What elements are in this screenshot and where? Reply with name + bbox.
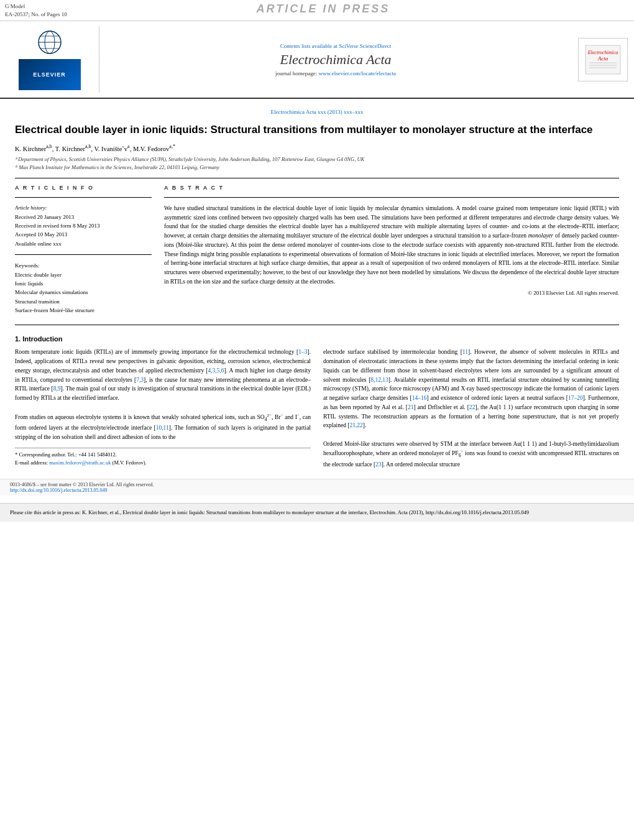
ref-23[interactable]: 23 bbox=[375, 461, 382, 468]
info-divider-mid bbox=[15, 254, 152, 255]
model-info: G Model EA-20537; No. of Pages 10 bbox=[5, 2, 67, 18]
footnote-email: E-mail address: maxim.fedorov@strath.ac.… bbox=[15, 459, 311, 467]
email-person: (M.V. Fedorov). bbox=[113, 459, 147, 466]
received-date: Received 20 January 2013 bbox=[15, 213, 152, 221]
ref-435[interactable]: 4,3,5,6 bbox=[208, 367, 224, 374]
authors: K. Kirchnera,b, T. Kirchnera,b, V. Ivani… bbox=[15, 144, 619, 152]
affiliation-b: ᵇ Max Planck Institute for Mathematics i… bbox=[15, 164, 619, 172]
globe-icon bbox=[31, 29, 68, 57]
email-label: E-mail address: bbox=[15, 459, 48, 466]
sciverse-prefix: Contents lists available at bbox=[280, 43, 339, 49]
keywords-block: Keywords: Electric double layer Ionic li… bbox=[15, 261, 152, 315]
ref-1-3[interactable]: 1–3 bbox=[298, 349, 307, 355]
ref-1011[interactable]: 10,11 bbox=[156, 425, 169, 431]
article-content: Electrochimica Acta xxx (2013) xxx–xxx E… bbox=[0, 99, 634, 479]
ref-14-16[interactable]: 14–16 bbox=[412, 395, 427, 401]
journal-center: Contents lists available at SciVerse Sci… bbox=[99, 26, 572, 93]
ref-21[interactable]: 21 bbox=[408, 404, 414, 410]
affiliations: ᵃ Department of Physics, Scottish Univer… bbox=[15, 155, 619, 172]
elsevier-label: ELSEVIER bbox=[33, 72, 66, 78]
ref-8-12-13[interactable]: 8,12,13 bbox=[370, 377, 388, 383]
license-doi: http://dx.doi.org/10.1016/j.electacta.20… bbox=[10, 487, 624, 493]
affiliation-a: ᵃ Department of Physics, Scottish Univer… bbox=[15, 155, 619, 164]
keyword-1: Electric double layer bbox=[15, 270, 152, 279]
keywords-label: Keywords: bbox=[15, 261, 152, 270]
ref-22[interactable]: 22 bbox=[469, 404, 476, 410]
citation-text: Please cite this article in press as: K.… bbox=[10, 509, 529, 515]
ref-73[interactable]: 7,3 bbox=[136, 377, 144, 383]
body-col-right: electrode surface stabilised by intermol… bbox=[323, 348, 619, 469]
svg-text:Electrochimica: Electrochimica bbox=[587, 50, 618, 55]
ref-11r[interactable]: 11 bbox=[462, 349, 468, 355]
keyword-4: Structural transition bbox=[15, 297, 152, 306]
license-bar: 0013-4686/$ – see front matter © 2013 El… bbox=[0, 479, 634, 496]
ref-label: EA-20537; No. of Pages 10 bbox=[5, 11, 67, 19]
citation-bar: Please cite this article in press as: K.… bbox=[0, 503, 634, 522]
article-info-heading: A R T I C L E I N F O bbox=[15, 185, 152, 191]
ea-logo-graphic: Electrochimica Acta bbox=[584, 44, 622, 75]
journal-logo-right: Electrochimica Acta bbox=[572, 26, 634, 93]
model-label: G Model bbox=[5, 2, 67, 11]
homepage-prefix: journal homepage: bbox=[275, 70, 318, 76]
keyword-5: Surface-frozen Moiré-like structure bbox=[15, 306, 152, 315]
elsevier-logo: ELSEVIER bbox=[19, 59, 81, 90]
received-revised-date: Received in revised form 8 May 2013 bbox=[15, 221, 152, 230]
sciverse-link: Contents lists available at SciVerse Sci… bbox=[280, 43, 392, 49]
journal-homepage: journal homepage: www.elsevier.com/locat… bbox=[275, 70, 396, 76]
license-text: 0013-4686/$ – see front matter © 2013 El… bbox=[10, 482, 624, 487]
ref-89[interactable]: 8,9 bbox=[53, 385, 61, 392]
accepted-date: Accepted 10 May 2013 bbox=[15, 230, 152, 239]
journal-logo-left: ELSEVIER bbox=[0, 26, 99, 93]
section1-title: 1. Introduction bbox=[15, 335, 619, 343]
top-bar: G Model EA-20537; No. of Pages 10 ARTICL… bbox=[0, 0, 634, 21]
article-history: Article history: Received 20 January 201… bbox=[15, 204, 152, 248]
article-title: Electrical double layer in ionic liquids… bbox=[15, 122, 619, 137]
history-label: Article history: bbox=[15, 204, 152, 213]
abstract-text: We have studied structural transitions i… bbox=[164, 204, 619, 286]
license-doi-url[interactable]: http://dx.doi.org/10.1016/j.electacta.20… bbox=[10, 487, 108, 493]
body-col-left: Room temperature ionic liquids (RTILs) a… bbox=[15, 348, 311, 469]
abstract-column: A B S T R A C T We have studied structur… bbox=[164, 185, 619, 315]
article-info-abstract: A R T I C L E I N F O Article history: R… bbox=[15, 185, 619, 315]
watermark: ARTICLE IN PRESS bbox=[257, 2, 390, 16]
online-date: Available online xxx bbox=[15, 239, 152, 248]
copyright: © 2013 Elsevier Ltd. All rights reserved… bbox=[164, 290, 619, 296]
body-two-col: Room temperature ionic liquids (RTILs) a… bbox=[15, 348, 619, 469]
svg-text:Acta: Acta bbox=[597, 55, 609, 62]
journal-header: ELSEVIER Contents lists available at Sci… bbox=[0, 21, 634, 99]
keyword-2: Ionic liquids bbox=[15, 279, 152, 288]
journal-title: Electrochimica Acta bbox=[280, 52, 392, 68]
ea-logo-box: Electrochimica Acta bbox=[578, 38, 628, 81]
divider-after-affiliations bbox=[15, 178, 619, 178]
email-address[interactable]: maxim.fedorov@strath.ac.uk bbox=[49, 459, 111, 466]
footnote-star: * Corresponding author. Tel.: +44 141 54… bbox=[15, 451, 311, 459]
footnotes: * Corresponding author. Tel.: +44 141 54… bbox=[15, 448, 311, 467]
info-divider-top bbox=[15, 197, 152, 198]
homepage-url[interactable]: www.elsevier.com/locate/electacta bbox=[319, 70, 396, 76]
ref-21-22[interactable]: 21,22 bbox=[349, 422, 362, 428]
sciverse-name[interactable]: SciVerse ScienceDirect bbox=[339, 43, 391, 49]
body-section: 1. Introduction Room temperature ionic l… bbox=[15, 335, 619, 469]
article-info-column: A R T I C L E I N F O Article history: R… bbox=[15, 185, 152, 315]
doi-line: Electrochimica Acta xxx (2013) xxx–xxx bbox=[15, 109, 619, 115]
abstract-divider bbox=[164, 197, 619, 198]
ref-17-20[interactable]: 17–20 bbox=[568, 395, 583, 401]
keyword-3: Molecular dynamics simulations bbox=[15, 288, 152, 297]
abstract-heading: A B S T R A C T bbox=[164, 185, 619, 191]
divider-body bbox=[15, 325, 619, 325]
